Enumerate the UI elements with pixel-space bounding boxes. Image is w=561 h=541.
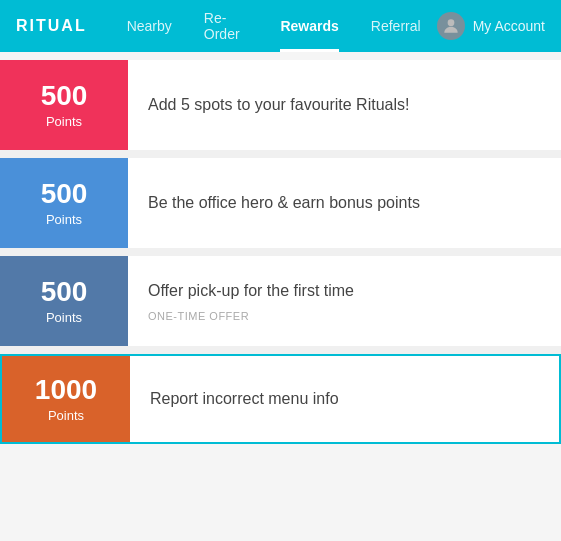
reward-points-3: 500 xyxy=(41,278,88,306)
reward-content-2: Be the office hero & earn bonus points xyxy=(128,158,561,248)
reward-content-3: Offer pick-up for the first time ONE-TIM… xyxy=(128,256,561,346)
reward-points-label-1: Points xyxy=(46,114,82,129)
nav-item-referral[interactable]: Referral xyxy=(355,0,437,52)
reward-card-4[interactable]: 1000 Points Report incorrect menu info xyxy=(0,354,561,444)
reward-points-label-3: Points xyxy=(46,310,82,325)
account-label: My Account xyxy=(473,18,545,34)
nav-item-reorder[interactable]: Re-Order xyxy=(188,0,265,52)
reward-badge-2: 500 Points xyxy=(0,158,128,248)
reward-points-4: 1000 xyxy=(35,376,97,404)
reward-title-4: Report incorrect menu info xyxy=(150,388,539,410)
reward-badge-4: 1000 Points xyxy=(2,356,130,442)
account-menu[interactable]: My Account xyxy=(437,12,545,40)
reward-points-label-4: Points xyxy=(48,408,84,423)
brand-logo: RITUAL xyxy=(16,17,87,35)
navbar: RITUAL Nearby Re-Order Rewards Referral … xyxy=(0,0,561,52)
nav-item-nearby[interactable]: Nearby xyxy=(111,0,188,52)
nav-item-rewards[interactable]: Rewards xyxy=(264,0,354,52)
avatar xyxy=(437,12,465,40)
reward-points-1: 500 xyxy=(41,82,88,110)
nav-links: Nearby Re-Order Rewards Referral xyxy=(111,0,437,52)
svg-point-0 xyxy=(447,19,454,26)
reward-badge-1: 500 Points xyxy=(0,60,128,150)
reward-content-4: Report incorrect menu info xyxy=(130,356,559,442)
reward-points-label-2: Points xyxy=(46,212,82,227)
reward-title-1: Add 5 spots to your favourite Rituals! xyxy=(148,94,541,116)
reward-points-2: 500 xyxy=(41,180,88,208)
rewards-list: 500 Points Add 5 spots to your favourite… xyxy=(0,60,561,444)
reward-card-1[interactable]: 500 Points Add 5 spots to your favourite… xyxy=(0,60,561,150)
reward-card-3[interactable]: 500 Points Offer pick-up for the first t… xyxy=(0,256,561,346)
reward-title-3: Offer pick-up for the first time xyxy=(148,280,541,302)
reward-subtitle-3: ONE-TIME OFFER xyxy=(148,310,541,322)
reward-badge-3: 500 Points xyxy=(0,256,128,346)
reward-title-2: Be the office hero & earn bonus points xyxy=(148,192,541,214)
reward-card-2[interactable]: 500 Points Be the office hero & earn bon… xyxy=(0,158,561,248)
reward-content-1: Add 5 spots to your favourite Rituals! xyxy=(128,60,561,150)
